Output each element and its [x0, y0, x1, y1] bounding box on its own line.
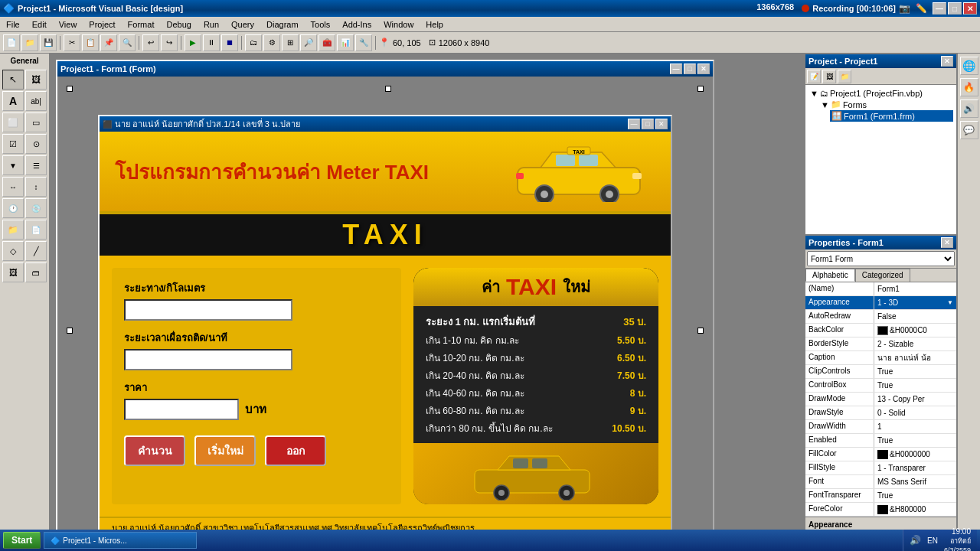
project-close-btn[interactable]: ✕: [941, 56, 953, 67]
menu-query[interactable]: Query: [225, 17, 260, 31]
props-value-borderstyle[interactable]: 2 - Sizable: [874, 337, 956, 350]
tool-timer[interactable]: 🕐: [2, 198, 24, 218]
tool-textbox[interactable]: ab|: [25, 91, 47, 111]
tool-combobox[interactable]: ▼: [2, 155, 24, 175]
tool-data[interactable]: 🗃: [25, 262, 47, 282]
menu-project[interactable]: Project: [83, 17, 121, 31]
ie-icon[interactable]: 🌐: [960, 57, 978, 75]
toolbar-copy[interactable]: 📋: [82, 34, 99, 51]
menu-file[interactable]: File: [0, 17, 26, 31]
tool-frame[interactable]: ⬜: [2, 112, 24, 132]
volume-tray[interactable]: 🔊: [910, 535, 921, 546]
time-input[interactable]: [124, 349, 292, 370]
toolbar-save[interactable]: 💾: [40, 34, 57, 51]
toolbar-run[interactable]: ▶: [185, 34, 201, 51]
resize-mid-right[interactable]: [697, 328, 704, 334]
menu-diagram[interactable]: Diagram: [260, 17, 305, 31]
toolbar-new[interactable]: 📄: [3, 34, 20, 51]
toolbar-paste[interactable]: 📌: [100, 34, 117, 51]
tool-image[interactable]: 🖼: [2, 262, 24, 282]
toolbar-component[interactable]: 🔧: [355, 34, 372, 51]
tool-shape[interactable]: ◇: [2, 241, 24, 261]
props-row-appearance[interactable]: Appearance 1 - 3D ▼: [805, 296, 956, 310]
reset-button[interactable]: เริ่มใหม่: [194, 435, 256, 466]
start-button[interactable]: Start: [3, 532, 41, 549]
props-close-btn[interactable]: ✕: [941, 237, 953, 248]
props-value-font[interactable]: MS Sans Serif: [874, 475, 956, 488]
props-value-autoredraw[interactable]: False: [874, 310, 956, 323]
toolbar-redo[interactable]: ↪: [161, 34, 178, 51]
tool-line[interactable]: ╱: [25, 241, 47, 261]
props-value-clipcontrols[interactable]: True: [874, 365, 956, 378]
project-forms-node[interactable]: ▼ 📁 Forms: [819, 99, 953, 110]
menu-debug[interactable]: Debug: [160, 17, 197, 31]
props-value-controlbox[interactable]: True: [874, 379, 956, 392]
props-value-backcolor[interactable]: &H0000C0: [874, 324, 956, 337]
props-tab-alphabetic[interactable]: Alphabetic: [805, 269, 855, 282]
taskbar-vb-item[interactable]: 🔷 Project1 - Micros...: [44, 532, 197, 549]
tool-optionbutton[interactable]: ⊙: [25, 134, 47, 154]
toolbar-find[interactable]: 🔍: [119, 34, 136, 51]
resize-mid-left[interactable]: [67, 328, 73, 334]
calculate-button[interactable]: คำนวน: [124, 435, 185, 466]
menu-format[interactable]: Format: [122, 17, 161, 31]
toolbar-stop[interactable]: ⏹: [221, 34, 238, 51]
project-form1-item[interactable]: 🪟 Form1 (Form1.frm): [830, 110, 953, 122]
tool-checkbox[interactable]: ☑: [2, 134, 24, 154]
props-value-fonttransparent[interactable]: True: [874, 489, 956, 502]
resize-top-mid[interactable]: [385, 86, 391, 92]
distance-input[interactable]: [124, 299, 292, 321]
props-tab-categorized[interactable]: Categorized: [855, 269, 910, 282]
menu-run[interactable]: Run: [198, 17, 225, 31]
vb-form-maximize[interactable]: □: [684, 64, 696, 74]
tool-dirlistbox[interactable]: 📁: [2, 220, 24, 240]
camera-icon[interactable]: 📷: [897, 2, 911, 15]
project-view-code[interactable]: 📝: [807, 70, 821, 83]
tool-picture[interactable]: 🖼: [25, 70, 47, 90]
toolbar-open[interactable]: 📁: [21, 34, 38, 51]
toolbar-toolbox[interactable]: 🧰: [318, 34, 335, 51]
tool-vscrollbar[interactable]: ↕: [25, 177, 47, 197]
project-root-item[interactable]: ▼ 🗂 Project1 (ProjectFin.vbp): [808, 88, 953, 99]
toolbar-form-layout[interactable]: ⊞: [282, 34, 299, 51]
pen-icon[interactable]: ✏️: [914, 2, 928, 15]
inner-form-minimize[interactable]: —: [628, 119, 640, 129]
props-value-forecolor[interactable]: &H800000: [874, 503, 956, 516]
props-value-drawwidth[interactable]: 1: [874, 420, 956, 433]
volume-icon[interactable]: 🔊: [960, 99, 978, 118]
menu-edit[interactable]: Edit: [26, 17, 53, 31]
toolbar-undo[interactable]: ↩: [142, 34, 159, 51]
toolbar-properties[interactable]: ⚙: [263, 34, 280, 51]
project-toggle-folders[interactable]: 📁: [838, 70, 851, 83]
menu-help[interactable]: Help: [420, 17, 449, 31]
tool-commandbutton[interactable]: ▭: [25, 112, 47, 132]
app-minimize-btn[interactable]: —: [933, 2, 946, 15]
props-value-fillcolor[interactable]: &H0000000: [874, 448, 956, 461]
toolbar-data-view[interactable]: 📊: [337, 34, 354, 51]
resize-top-right[interactable]: [697, 86, 704, 92]
resize-top-left[interactable]: [67, 86, 73, 92]
project-view-form[interactable]: 🖼: [822, 70, 836, 83]
props-value-name[interactable]: Form1: [874, 282, 956, 295]
tool-filelistbox[interactable]: 📄: [25, 220, 47, 240]
app-close-btn[interactable]: ✕: [963, 2, 977, 15]
toolbar-pause[interactable]: ⏸: [203, 34, 220, 51]
menu-window[interactable]: Window: [377, 17, 420, 31]
exit-button[interactable]: ออก: [265, 435, 326, 466]
app-maximize-btn[interactable]: □: [948, 2, 962, 15]
vb-form-close[interactable]: ✕: [697, 64, 710, 74]
toolbar-project-explorer[interactable]: 🗂: [245, 34, 262, 51]
inner-form-close[interactable]: ✕: [655, 119, 668, 129]
props-value-caption[interactable]: นาย อาแน่ห์ น้อ: [874, 351, 956, 364]
props-value-drawmode[interactable]: 13 - Copy Per: [874, 393, 956, 406]
props-dropdown-icon[interactable]: ▼: [947, 299, 953, 306]
toolbar-object-browser[interactable]: 🔎: [300, 34, 317, 51]
price-input[interactable]: [124, 399, 239, 420]
vb-form-minimize[interactable]: —: [670, 64, 682, 74]
tool-pointer[interactable]: ↖: [2, 70, 24, 90]
tool-drivelistbox[interactable]: 💿: [25, 198, 47, 218]
props-value-enabled[interactable]: True: [874, 434, 956, 447]
menu-tools[interactable]: Tools: [305, 17, 337, 31]
props-value-drawstyle[interactable]: 0 - Solid: [874, 406, 956, 419]
tool-label[interactable]: A: [2, 91, 24, 111]
